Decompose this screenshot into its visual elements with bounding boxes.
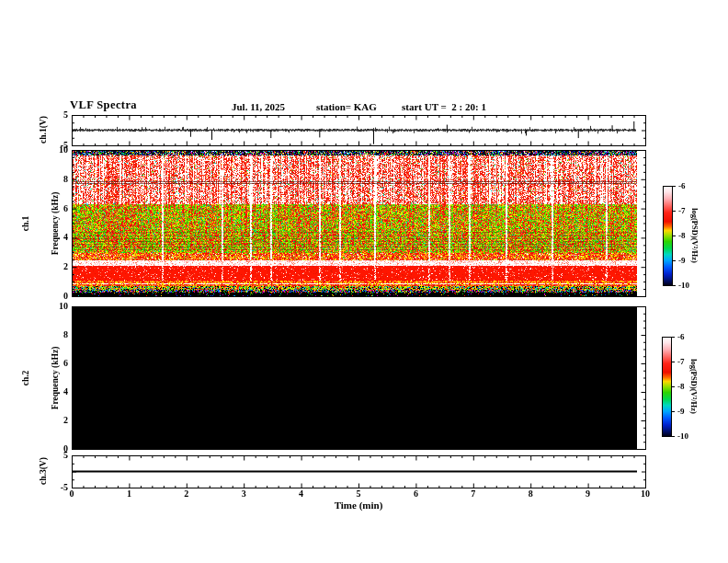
ch1-frequency-axis-label: ch.1 Frequency (kHz) bbox=[2, 192, 79, 256]
colorbar1-tick-label: -10 bbox=[678, 281, 689, 290]
axis-label-line: Frequency (kHz) bbox=[51, 192, 61, 256]
colorbar2-label: log(PSD)(V²/Hz) bbox=[689, 359, 698, 414]
station-label: station= KAG bbox=[316, 101, 377, 112]
x-tick-label: 4 bbox=[299, 488, 303, 500]
x-tick-label: 0 bbox=[70, 488, 74, 500]
y-tick-label-ch1-freq: 0 bbox=[44, 291, 68, 302]
y-tick-label-ch2-freq: 10 bbox=[44, 301, 68, 312]
plot-canvas bbox=[0, 0, 728, 563]
y-tick-label-ch2-freq: 4 bbox=[44, 386, 68, 397]
axis-label-line: ch.1 bbox=[21, 192, 31, 256]
y-tick-label-ch1-freq: 4 bbox=[44, 232, 68, 243]
x-tick-label: 5 bbox=[357, 488, 361, 500]
colorbar1-tick-label: -9 bbox=[678, 256, 686, 265]
ch3-voltage-axis-label: ch.3(V) bbox=[39, 457, 49, 485]
x-tick-label: 7 bbox=[471, 488, 475, 500]
start-ut-label: start UT = 2 : 20: 1 bbox=[402, 101, 486, 112]
x-tick-label: 10 bbox=[641, 488, 650, 500]
vlf-spectra-figure: VLF Spectra Jul. 11, 2025 station= KAG s… bbox=[0, 0, 728, 563]
y-tick-label-ch1-volt: -5 bbox=[44, 140, 68, 151]
x-tick-label: 9 bbox=[586, 488, 590, 500]
y-tick-label-ch3-volt: -5 bbox=[44, 482, 68, 493]
y-tick-label-ch2-freq: 6 bbox=[44, 358, 68, 369]
colorbar2-tick-label: -8 bbox=[677, 382, 685, 391]
y-tick-label-ch1-freq: 6 bbox=[44, 203, 68, 214]
x-tick-label: 6 bbox=[414, 488, 418, 500]
colorbar2-tick-label: -10 bbox=[677, 431, 688, 441]
y-tick-label-ch1-freq: 2 bbox=[44, 261, 68, 272]
axis-label-line: ch.2 bbox=[21, 347, 31, 410]
colorbar2-tick-label: -6 bbox=[677, 332, 685, 341]
axis-label-line: Frequency (kHz) bbox=[51, 347, 61, 410]
x-tick-label: 1 bbox=[127, 488, 131, 500]
colorbar1-tick-label: -6 bbox=[678, 181, 686, 190]
x-tick-label: 2 bbox=[184, 488, 188, 500]
x-tick-label: 3 bbox=[242, 488, 246, 500]
y-tick-label-ch1-volt: 5 bbox=[44, 109, 68, 121]
y-tick-label-ch3-volt: 5 bbox=[44, 450, 68, 461]
date-label: Jul. 11, 2025 bbox=[232, 101, 285, 112]
time-axis-label: Time (min) bbox=[335, 500, 383, 511]
y-tick-label-ch1-freq: 8 bbox=[44, 174, 68, 185]
colorbar1-label: log(PSD)(V²/Hz) bbox=[690, 208, 699, 263]
colorbar1-tick-label: -7 bbox=[678, 206, 686, 215]
y-tick-label-ch2-freq: 2 bbox=[44, 415, 68, 426]
x-tick-label: 8 bbox=[529, 488, 533, 500]
colorbar2-tick-label: -7 bbox=[677, 357, 685, 366]
page-title: VLF Spectra bbox=[70, 99, 137, 110]
colorbar2-tick-label: -9 bbox=[677, 407, 685, 416]
y-tick-label-ch2-freq: 8 bbox=[44, 329, 68, 340]
ch2-frequency-axis-label: ch.2 Frequency (kHz) bbox=[2, 347, 79, 410]
colorbar1-tick-label: -8 bbox=[678, 231, 686, 240]
